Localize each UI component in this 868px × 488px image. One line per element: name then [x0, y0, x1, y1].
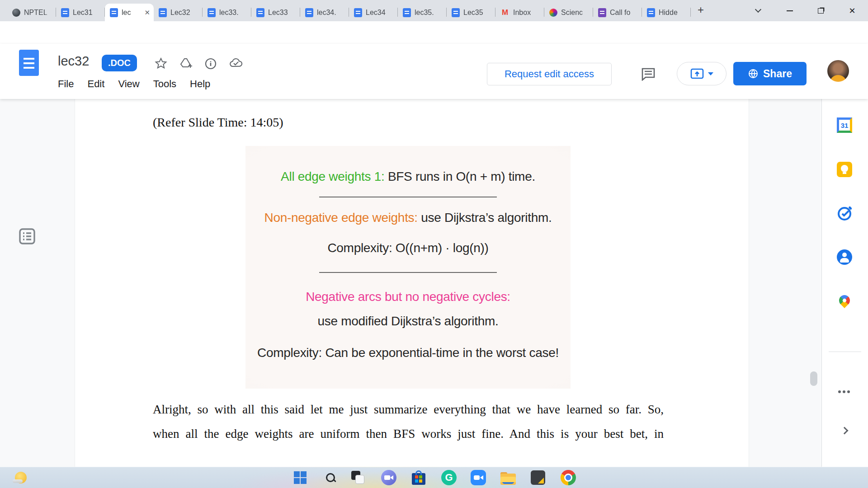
scrollbar-thumb[interactable]	[810, 371, 817, 386]
show-outline-icon[interactable]	[18, 227, 36, 245]
taskbar-search-icon[interactable]	[321, 469, 340, 487]
tab-lec31[interactable]: Lec31	[56, 4, 105, 21]
contacts-icon[interactable]	[837, 249, 853, 266]
docs-icon	[110, 8, 118, 17]
account-avatar[interactable]	[827, 60, 849, 82]
tab-lec35[interactable]: Lec35	[447, 4, 495, 21]
grammarly-icon[interactable]: G	[440, 469, 458, 487]
cloud-saved-icon[interactable]	[229, 57, 243, 69]
teams-chat-icon[interactable]	[380, 469, 398, 487]
get-addons-icon[interactable]	[838, 390, 841, 393]
tab-inbox[interactable]: M Inbox	[495, 4, 544, 21]
google-docs-logo[interactable]	[19, 50, 39, 76]
lecture-slide-image[interactable]: All edge weights 1: BFS runs in O(n + m)…	[245, 146, 571, 389]
menu-help[interactable]: Help	[190, 78, 210, 90]
window-minimize-button[interactable]	[783, 5, 797, 16]
calendar-icon[interactable]: 31	[837, 117, 853, 134]
window-restore-button[interactable]	[814, 5, 827, 16]
weather-icon[interactable]	[12, 469, 30, 487]
new-tab-button[interactable]: +	[694, 4, 707, 17]
document-canvas: (Refer Slide Time: 14:05) All edge weigh…	[0, 99, 868, 467]
gmail-icon: M	[500, 8, 509, 17]
tab-lec32[interactable]: Lec32	[154, 4, 203, 21]
document-page[interactable]: (Refer Slide Time: 14:05) All edge weigh…	[75, 99, 749, 467]
globe-icon	[12, 9, 20, 17]
tab-search-chevron-icon[interactable]	[756, 7, 761, 12]
docs-header: lec32 .DOC File Edit View Tools Help Req…	[0, 44, 868, 99]
start-button[interactable]	[291, 469, 309, 487]
body-paragraph: Alright, so with all this said let me ju…	[153, 397, 664, 446]
present-button[interactable]	[677, 62, 726, 85]
docs-icon	[61, 8, 69, 17]
menu-edit[interactable]: Edit	[87, 78, 104, 90]
docs-icon	[354, 8, 362, 17]
docs-icon	[159, 8, 167, 17]
slide-divider	[319, 272, 497, 273]
file-explorer-icon[interactable]	[499, 469, 517, 487]
docs-icon	[256, 8, 264, 17]
science-icon	[549, 9, 557, 17]
tab-nptel[interactable]: NPTEL	[7, 4, 56, 21]
forms-icon	[598, 8, 606, 17]
slide-line-modified-dijkstra: use modified Dijkstra’s algorithm.	[245, 314, 571, 328]
share-button[interactable]: Share	[733, 62, 807, 85]
request-edit-access-button[interactable]: Request edit access	[487, 63, 612, 85]
notes-app-icon[interactable]	[529, 469, 547, 487]
move-to-drive-icon[interactable]	[179, 57, 193, 70]
keep-icon[interactable]	[837, 162, 853, 178]
document-title[interactable]: lec32	[58, 54, 89, 69]
slide-line-complexity2: Complexity: Can be exponential-time in t…	[245, 346, 571, 360]
document-status-info-icon[interactable]	[204, 57, 217, 70]
zoom-app-icon[interactable]	[469, 469, 487, 487]
docs-icon	[403, 8, 411, 17]
chrome-taskbar-icon[interactable]	[559, 469, 577, 487]
maps-icon[interactable]	[837, 293, 853, 310]
tab-call-for[interactable]: Call fo	[593, 4, 642, 21]
tab-lec34-doc[interactable]: lec34.	[300, 4, 349, 21]
task-view-icon[interactable]	[349, 469, 367, 487]
docs-icon	[647, 8, 655, 17]
slide-line-complexity1: Complexity: O((n+m) · log(n))	[245, 241, 571, 255]
menu-view[interactable]: View	[118, 78, 139, 90]
tab-lec35-doc[interactable]: lec35.	[398, 4, 447, 21]
close-tab-icon[interactable]: ✕	[144, 9, 150, 17]
microsoft-store-icon[interactable]	[410, 469, 428, 487]
doc-format-badge: .DOC	[102, 55, 137, 71]
tab-strip: NPTEL Lec31 lec ✕ Lec32 lec33. Lec33 lec…	[0, 0, 868, 21]
tab-hidden[interactable]: Hidde	[642, 4, 691, 21]
paragraph-line: Alright, so with all this said let me ju…	[153, 397, 664, 422]
menu-file[interactable]: File	[58, 78, 74, 90]
collapse-panel-icon[interactable]	[842, 428, 847, 433]
tab-lec-active[interactable]: lec ✕	[105, 4, 154, 21]
globe-share-icon	[748, 68, 759, 79]
upload-icon	[690, 68, 704, 80]
refer-slide-line: (Refer Slide Time: 14:05)	[153, 115, 283, 130]
tasks-icon[interactable]	[837, 206, 853, 222]
menu-tools[interactable]: Tools	[153, 78, 176, 90]
docs-icon	[305, 8, 313, 17]
menu-bar: File Edit View Tools Help	[58, 78, 210, 90]
panel-divider	[829, 352, 861, 352]
tab-science[interactable]: Scienc	[544, 4, 593, 21]
docs-icon	[452, 8, 460, 17]
screen: NPTEL Lec31 lec ✕ Lec32 lec33. Lec33 lec…	[0, 0, 868, 488]
tab-lec34[interactable]: Lec34	[349, 4, 398, 21]
tab-lec33[interactable]: Lec33	[251, 4, 300, 21]
slide-divider	[319, 197, 497, 197]
slide-line-dijkstra: Non-negative edge weights: use Dijkstra’…	[245, 211, 571, 225]
window-close-button[interactable]: ✕	[845, 5, 859, 16]
star-document-icon[interactable]	[155, 57, 167, 70]
taskbar: 35°C Haze G ENG IN	[0, 467, 868, 488]
paragraph-line: when all the edge weights are uniform th…	[153, 422, 664, 446]
slide-line-bfs: All edge weights 1: BFS runs in O(n + m)…	[245, 169, 571, 184]
docs-icon	[208, 8, 216, 17]
browser-toolbar: docs.google.com/document/d/1kMoYCJCSx_h4…	[0, 21, 868, 44]
tab-lec33-doc[interactable]: lec33.	[203, 4, 251, 21]
slide-line-negative-arcs: Negative arcs but no negative cycles:	[245, 290, 571, 304]
chevron-down-icon	[708, 72, 713, 75]
comment-icon[interactable]	[641, 67, 656, 81]
workspace-side-panel: 31	[821, 99, 868, 467]
